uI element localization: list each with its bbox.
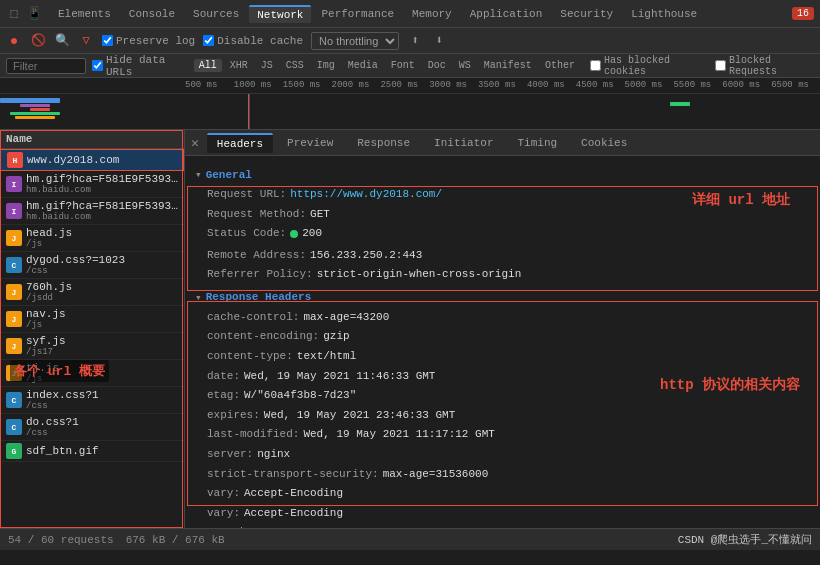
tab-network[interactable]: Network [249,5,311,23]
disable-cache-checkbox[interactable]: Disable cache [203,35,303,47]
tab-sources[interactable]: Sources [185,6,247,22]
det-tab-preview[interactable]: Preview [277,134,343,152]
request-url-value: https://www.dy2018.com/ [290,186,442,204]
filter-tag-manifest[interactable]: Manifest [479,59,537,72]
inspect-icon[interactable]: ⬚ [6,6,22,22]
tab-application[interactable]: Application [462,6,551,22]
request-item-7[interactable]: J syf.js /js17 [0,333,184,360]
det-tab-headers[interactable]: Headers [207,133,273,153]
throttle-select[interactable]: No throttling [311,32,399,50]
filter-tags: All XHR JS CSS Img Media Font Doc WS Man… [194,59,580,72]
req-type-icon-11: G [6,443,22,459]
hide-data-urls-checkbox[interactable]: Hide data URLs [92,54,188,78]
request-item-2[interactable]: I hm.gif?hca=F581E9F5393... hm.baidu.com [0,198,184,225]
filter-tag-all[interactable]: All [194,59,222,72]
timeline-marker-5: 3000 ms [429,80,478,90]
req-name-8: tj.js [26,362,178,374]
timeline-marker-11: 6000 ms [722,80,771,90]
main-tabs: Elements Console Sources Network Perform… [50,5,705,23]
request-item-6[interactable]: J nav.js /js [0,306,184,333]
request-item-10[interactable]: C do.css?1 /css [0,414,184,441]
req-name-1: hm.gif?hca=F581E9F5393... [26,173,178,185]
req-type-icon-7: J [6,338,22,354]
filter-icon[interactable]: ▽ [78,33,94,49]
req-name-11: sdf_btn.gif [26,445,178,457]
request-item-11[interactable]: G sdf_btn.gif [0,441,184,462]
request-item-9[interactable]: C index.css?1 /css [0,387,184,414]
device-icon[interactable]: 📱 [26,6,42,22]
filter-tag-xhr[interactable]: XHR [225,59,253,72]
filter-bar: Hide data URLs All XHR JS CSS Img Media … [0,54,820,78]
blocked-requests-checkbox[interactable]: Blocked Requests [715,55,814,77]
resp-header-8: strict-transport-security: max-age=31536… [195,465,810,485]
filter-tag-css[interactable]: CSS [281,59,309,72]
filter-tag-font[interactable]: Font [386,59,420,72]
req-sub-9: /css [26,401,178,411]
request-item-5[interactable]: J 760h.js /jsdd [0,279,184,306]
referrer-policy-label: Referrer Policy: [207,266,313,284]
timeline-marker-6: 3500 ms [478,80,527,90]
timeline-marker-12: 6500 ms [771,80,820,90]
transfer-size: 676 kB / 676 kB [126,534,225,546]
req-sub-4: /css [26,266,178,276]
timeline-area: 500 ms 1000 ms 1500 ms 2000 ms 2500 ms 3… [0,78,820,130]
request-method-label: Request Method: [207,206,306,224]
det-tab-initiator[interactable]: Initiator [424,134,503,152]
req-type-icon-2: I [6,203,22,219]
req-type-icon-5: J [6,284,22,300]
filter-tag-img[interactable]: Img [312,59,340,72]
request-item-8[interactable]: J tj.js /js [0,360,184,387]
preserve-log-checkbox[interactable]: Preserve log [102,35,195,47]
req-name-0: www.dy2018.com [27,154,177,166]
resp-header-1: content-encoding: gzip [195,327,810,347]
tab-memory[interactable]: Memory [404,6,460,22]
timeline-marker-7: 4000 ms [527,80,576,90]
tab-elements[interactable]: Elements [50,6,119,22]
det-tab-cookies[interactable]: Cookies [571,134,637,152]
tab-security[interactable]: Security [552,6,621,22]
requests-list: H www.dy2018.com I hm.gif?hca=F581E9F539… [0,149,184,528]
det-tab-timing[interactable]: Timing [508,134,568,152]
timeline-marker-10: 5500 ms [673,80,722,90]
status-code-row: Status Code: 200 [195,224,810,245]
filter-tag-doc[interactable]: Doc [423,59,451,72]
resp-header-10: vary: Accept-Encoding [195,504,810,524]
timeline-graph [0,94,820,130]
resp-header-2: content-type: text/html [195,347,810,367]
import-icon[interactable]: ⬆ [407,33,423,49]
resp-header-3: date: Wed, 19 May 2021 11:46:33 GMT [195,367,810,387]
close-details-button[interactable]: ✕ [191,135,199,151]
main-content: Name H www.dy2018.com I hm.gif?hca=F581E… [0,130,820,528]
request-item-3[interactable]: J head.js /js [0,225,184,252]
req-type-icon-4: C [6,257,22,273]
timeline-marker-4: 2500 ms [380,80,429,90]
request-url-row: Request URL: https://www.dy2018.com/ [195,185,810,205]
request-item-4[interactable]: C dygod.css?=1023 /css [0,252,184,279]
tab-performance[interactable]: Performance [313,6,402,22]
details-wrapper: General Request URL: https://www.dy2018.… [185,156,820,528]
filter-tag-ws[interactable]: WS [454,59,476,72]
timeline-marker-9: 5000 ms [625,80,674,90]
search-icon[interactable]: 🔍 [54,33,70,49]
det-tab-response[interactable]: Response [347,134,420,152]
has-blocked-cookies-checkbox[interactable]: Has blocked cookies [590,55,705,77]
request-item-0[interactable]: H www.dy2018.com [0,149,184,171]
filter-input[interactable] [6,58,86,74]
request-item-1[interactable]: I hm.gif?hca=F581E9F5393... hm.baidu.com [0,171,184,198]
timeline-ruler: 500 ms 1000 ms 1500 ms 2000 ms 2500 ms 3… [0,78,820,94]
tab-console[interactable]: Console [121,6,183,22]
filter-tag-media[interactable]: Media [343,59,383,72]
resp-header-0: cache-control: max-age=43200 [195,308,810,328]
request-method-row: Request Method: GET [195,205,810,225]
req-type-icon-9: C [6,392,22,408]
clear-icon[interactable]: 🚫 [30,33,46,49]
status-dot [290,230,298,238]
req-name-3: head.js [26,227,178,239]
filter-tag-js[interactable]: JS [256,59,278,72]
req-type-icon-6: J [6,311,22,327]
record-icon[interactable]: ● [6,33,22,49]
tab-lighthouse[interactable]: Lighthouse [623,6,705,22]
export-icon[interactable]: ⬇ [431,33,447,49]
resp-header-6: last-modified: Wed, 19 May 2021 11:17:12… [195,425,810,445]
filter-tag-other[interactable]: Other [540,59,580,72]
